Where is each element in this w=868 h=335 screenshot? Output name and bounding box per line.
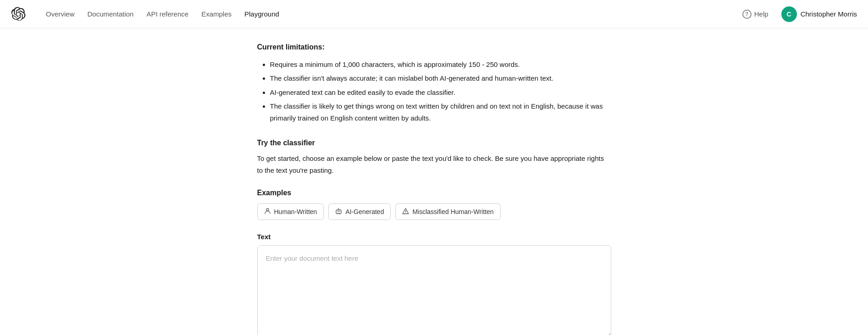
list-item: Requires a minimum of 1,000 characters, …: [270, 59, 611, 71]
list-item: The classifier isn't always accurate; it…: [270, 72, 611, 84]
limitations-title: Current limitations:: [257, 43, 611, 51]
navbar: Overview Documentation API reference Exa…: [0, 0, 868, 28]
robot-icon: [335, 208, 342, 216]
example-buttons-container: Human-Written AI-Generated: [257, 203, 611, 220]
examples-section: Examples Human-Written: [257, 189, 611, 220]
misclassified-label: Misclassified Human-Written: [412, 208, 493, 215]
nav-api-reference[interactable]: API reference: [141, 7, 194, 21]
nav-overview[interactable]: Overview: [40, 7, 80, 21]
limitations-section: Current limitations: Requires a minimum …: [257, 43, 611, 124]
ai-generated-label: AI-Generated: [345, 208, 384, 215]
ai-generated-button[interactable]: AI-Generated: [328, 203, 391, 220]
nav-playground[interactable]: Playground: [239, 7, 285, 21]
avatar: C: [781, 6, 797, 22]
text-section-label: Text: [257, 233, 611, 241]
list-item: The classifier is likely to get things w…: [270, 100, 611, 125]
human-written-label: Human-Written: [274, 208, 317, 215]
nav-documentation[interactable]: Documentation: [82, 7, 139, 21]
text-input-section: Text: [257, 233, 611, 335]
try-classifier-title: Try the classifier: [257, 139, 611, 147]
human-written-button[interactable]: Human-Written: [257, 203, 324, 220]
misclassified-button[interactable]: Misclassified Human-Written: [395, 203, 500, 220]
help-label: Help: [754, 10, 768, 18]
examples-label: Examples: [257, 189, 611, 197]
navbar-right: ? Help C Christopher Morris: [737, 6, 857, 22]
try-classifier-section: Try the classifier To get started, choos…: [257, 139, 611, 176]
user-name: Christopher Morris: [801, 10, 857, 18]
help-circle-icon: ?: [742, 10, 752, 19]
svg-rect-2: [337, 211, 338, 212]
main-content: Current limitations: Requires a minimum …: [246, 28, 622, 335]
try-classifier-description: To get started, choose an example below …: [257, 153, 611, 176]
person-icon: [264, 208, 271, 216]
limitations-list: Requires a minimum of 1,000 characters, …: [257, 59, 611, 124]
logo[interactable]: [11, 7, 26, 22]
text-area-container: [257, 245, 611, 335]
document-text-input[interactable]: [258, 246, 611, 335]
svg-point-0: [266, 209, 269, 211]
nav-links: Overview Documentation API reference Exa…: [40, 7, 737, 21]
user-menu[interactable]: C Christopher Morris: [781, 6, 857, 22]
svg-point-6: [405, 213, 406, 213]
nav-examples[interactable]: Examples: [196, 7, 237, 21]
list-item: AI-generated text can be edited easily t…: [270, 87, 611, 99]
help-button[interactable]: ? Help: [737, 7, 774, 22]
openai-logo-icon: [11, 7, 26, 22]
svg-point-4: [338, 208, 339, 209]
svg-rect-1: [336, 210, 341, 214]
svg-rect-3: [339, 211, 340, 212]
warning-icon: [402, 208, 409, 216]
